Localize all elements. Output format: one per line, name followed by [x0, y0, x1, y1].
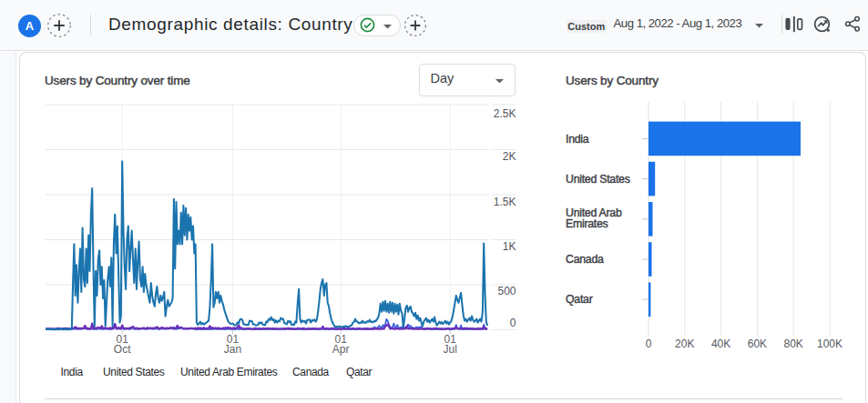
svg-text:Oct: Oct [114, 343, 131, 356]
svg-text:Apr: Apr [332, 343, 350, 356]
svg-text:1.5K: 1.5K [494, 196, 516, 208]
svg-text:Jul: Jul [444, 343, 457, 356]
svg-text:0: 0 [510, 317, 516, 329]
svg-text:40K: 40K [711, 338, 730, 350]
svg-text:2K: 2K [503, 150, 516, 163]
svg-text:20K: 20K [675, 338, 694, 350]
svg-text:0: 0 [646, 338, 652, 350]
svg-text:80K: 80K [784, 338, 803, 350]
svg-text:100K: 100K [817, 338, 842, 350]
svg-text:60K: 60K [748, 338, 767, 350]
svg-text:1K: 1K [503, 240, 516, 253]
svg-text:500: 500 [497, 285, 516, 297]
svg-text:Jan: Jan [224, 343, 241, 356]
svg-text:2.5K: 2.5K [494, 107, 516, 120]
